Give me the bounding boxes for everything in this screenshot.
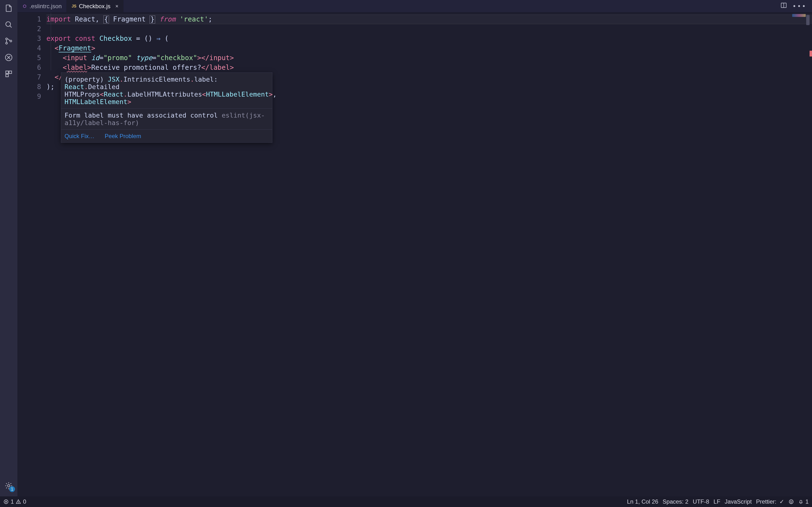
svg-rect-8: [6, 74, 8, 77]
hover-actions: Quick Fix… Peek Problem: [61, 129, 272, 143]
svg-point-4: [10, 40, 12, 42]
svg-line-1: [10, 26, 12, 27]
main-column: ⬡ .eslintrc.json JS Checkbox.js × ••• 1 …: [17, 0, 812, 496]
line-number: 6: [17, 63, 41, 72]
source-control-icon[interactable]: [4, 36, 13, 46]
svg-point-2: [6, 38, 7, 40]
line-number: 8: [17, 82, 41, 92]
tab-label: Checkbox.js: [79, 3, 110, 10]
minimap-scroll-thumb[interactable]: [806, 15, 810, 25]
svg-rect-7: [9, 71, 12, 74]
extensions-icon[interactable]: [4, 69, 13, 79]
app-root: 1 ⬡ .eslintrc.json JS Checkbox.js × •••: [0, 0, 812, 496]
tab-label: .eslintrc.json: [30, 3, 62, 10]
hover-signature: (property) JSX.IntrinsicElements.label: …: [61, 73, 272, 108]
status-indentation[interactable]: Spaces: 2: [663, 498, 689, 505]
close-icon[interactable]: ×: [115, 3, 118, 9]
svg-rect-6: [6, 71, 8, 74]
status-warning-count: 0: [23, 498, 26, 505]
settings-icon[interactable]: 1: [4, 481, 13, 491]
overview-ruler-error-marker[interactable]: [810, 51, 812, 56]
svg-point-17: [792, 501, 792, 501]
status-error-count: 1: [11, 498, 14, 505]
code-line-6[interactable]: <label>Receive promotional offers?</labe…: [46, 63, 812, 72]
quick-fix-link[interactable]: Quick Fix…: [64, 133, 95, 139]
line-number: 2: [17, 24, 41, 34]
status-eol[interactable]: LF: [714, 498, 720, 505]
line-number: 1: [17, 14, 41, 24]
tab-eslintrc[interactable]: ⬡ .eslintrc.json: [17, 0, 67, 12]
tab-checkbox-js[interactable]: JS Checkbox.js ×: [67, 0, 123, 12]
status-notification-count: 1: [806, 498, 809, 505]
line-number: 5: [17, 53, 41, 63]
bell-icon: [798, 499, 804, 504]
gutter: 1 2 3 4 5 6 7 8 9: [17, 12, 46, 496]
minimap[interactable]: [789, 13, 811, 28]
hover-tooltip: (property) JSX.IntrinsicElements.label: …: [61, 72, 272, 143]
warning-icon: [16, 499, 21, 504]
status-feedback-icon[interactable]: [789, 499, 794, 504]
status-problems[interactable]: 1 0: [3, 498, 27, 505]
status-prettier[interactable]: Prettier:: [756, 498, 784, 505]
error-icon: [3, 499, 9, 504]
editor[interactable]: 1 2 3 4 5 6 7 8 9 import React, { Fragme…: [17, 12, 812, 496]
debug-icon[interactable]: [4, 53, 13, 62]
line-number: 9: [17, 92, 41, 101]
more-actions-icon[interactable]: •••: [793, 3, 807, 10]
split-editor-icon[interactable]: [780, 2, 787, 10]
settings-badge: 1: [9, 486, 15, 492]
js-file-icon: JS: [71, 4, 77, 9]
eslint-file-icon: ⬡: [22, 4, 27, 9]
svg-point-3: [6, 42, 7, 44]
status-notifications[interactable]: 1: [798, 498, 809, 505]
peek-problem-link[interactable]: Peek Problem: [105, 133, 141, 139]
minimap-content: [792, 14, 806, 17]
code-column[interactable]: import React, { Fragment } from 'react';…: [46, 12, 812, 496]
code-line-5[interactable]: <input id="promo" type="checkbox"></inpu…: [46, 53, 812, 63]
status-cursor-position[interactable]: Ln 1, Col 26: [627, 498, 658, 505]
svg-point-0: [6, 22, 11, 26]
status-language[interactable]: JavaScript: [725, 498, 752, 505]
hover-diagnostic: Form label must have associated control …: [61, 108, 272, 129]
line-number: 3: [17, 34, 41, 44]
line-number: 4: [17, 44, 41, 53]
code-line-1[interactable]: import React, { Fragment } from 'react';: [46, 14, 812, 24]
code-line-4[interactable]: <Fragment>: [46, 44, 812, 53]
line-number: 7: [17, 72, 41, 82]
code-line-2[interactable]: [46, 24, 812, 34]
svg-point-9: [7, 485, 10, 487]
status-encoding[interactable]: UTF-8: [693, 498, 709, 505]
tabbar-actions: •••: [775, 0, 812, 12]
explorer-icon[interactable]: [4, 3, 13, 13]
tab-bar: ⬡ .eslintrc.json JS Checkbox.js × •••: [17, 0, 812, 12]
status-bar: 1 0 Ln 1, Col 26 Spaces: 2 UTF-8 LF Java…: [0, 496, 812, 507]
svg-point-16: [790, 501, 791, 501]
activity-bar: 1: [0, 0, 17, 496]
code-line-3[interactable]: export const Checkbox = () ⇒ (: [46, 34, 812, 44]
svg-point-15: [789, 500, 793, 504]
search-icon[interactable]: [4, 20, 13, 30]
